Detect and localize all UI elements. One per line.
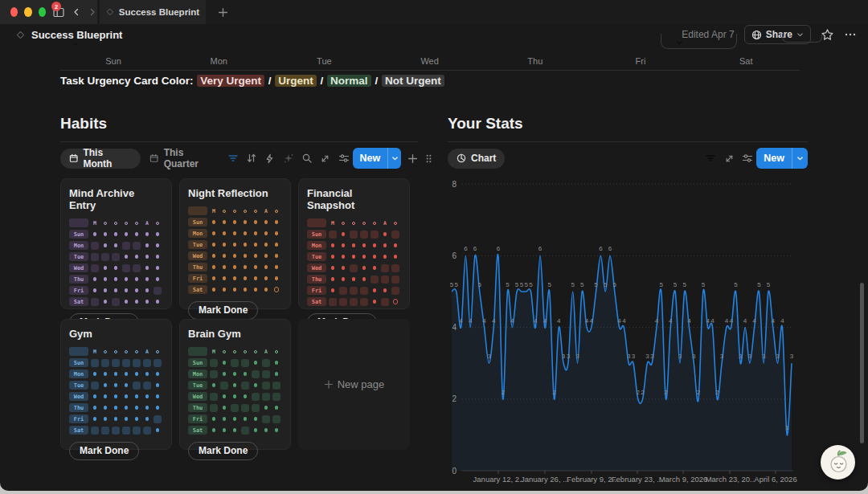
automation-bolt-icon[interactable] — [264, 153, 276, 164]
habit-empty-cell — [91, 242, 99, 250]
svg-text:3: 3 — [678, 353, 682, 360]
habit-done-dot — [112, 242, 120, 250]
add-view-plus-icon[interactable] — [407, 153, 418, 164]
grid-row-label: Thu — [188, 403, 207, 412]
expand-icon[interactable] — [320, 153, 331, 164]
assistant-avatar-button[interactable] — [821, 445, 855, 480]
habit-done-dot — [220, 404, 228, 412]
svg-text:5: 5 — [604, 281, 608, 288]
sort-icon[interactable] — [246, 153, 257, 164]
zoom-window-button[interactable] — [39, 7, 46, 17]
forward-icon[interactable] — [88, 6, 97, 18]
habit-card[interactable]: Night ReflectionMASunMonTueWedThuFriSatM… — [179, 178, 291, 309]
habit-done-dot — [241, 263, 249, 271]
new-button[interactable]: New — [756, 148, 808, 169]
ai-sparkle-icon[interactable] — [283, 153, 294, 164]
habit-done-dot — [262, 286, 270, 294]
habit-done-dot — [329, 287, 337, 295]
tab-this-month[interactable]: This Month — [60, 149, 141, 169]
page-title: Success Blueprint — [31, 29, 122, 41]
more-options-icon[interactable] — [844, 28, 857, 41]
habit-done-dot — [360, 264, 368, 272]
expand-icon[interactable] — [723, 153, 735, 164]
calendar-nav-button-partial[interactable] — [782, 34, 822, 43]
habit-done-dot — [143, 393, 151, 401]
tomato-character-icon — [821, 445, 855, 480]
habit-done-dot — [220, 370, 228, 378]
grid-column-header: A — [262, 348, 270, 356]
grid-column-header — [241, 348, 249, 356]
habit-done-dot — [220, 241, 228, 249]
habit-empty-cell — [241, 382, 249, 390]
svg-text:March 9, 2026: March 9, 2026 — [659, 475, 708, 484]
svg-text:6: 6 — [497, 245, 501, 252]
urgency-chip: Very Urgent — [197, 75, 264, 87]
favorite-star-icon[interactable] — [821, 28, 834, 42]
habit-empty-cell — [262, 359, 270, 367]
habit-done-dot — [101, 264, 109, 272]
svg-text:5: 5 — [455, 281, 459, 288]
habit-empty-cell — [241, 404, 249, 412]
habit-done-dot — [133, 276, 141, 284]
habit-done-dot — [154, 276, 162, 284]
habit-empty-cell — [154, 359, 162, 367]
close-window-button[interactable] — [10, 7, 18, 17]
calendar-view-button-partial[interactable] — [661, 34, 737, 49]
new-tab-icon[interactable] — [217, 6, 228, 18]
habit-done-dot — [272, 275, 280, 283]
habit-done-dot — [112, 393, 120, 401]
new-dropdown-chevron[interactable] — [792, 148, 808, 169]
habit-done-dot — [241, 393, 249, 401]
habit-empty-cell — [360, 298, 368, 306]
habit-done-dot — [154, 382, 162, 390]
habit-done-dot — [210, 252, 218, 260]
drag-handle-icon[interactable] — [424, 153, 434, 164]
habit-done-dot — [241, 286, 249, 294]
new-page-card[interactable]: New page — [298, 319, 410, 450]
svg-text:4: 4 — [780, 317, 784, 325]
svg-text:6: 6 — [473, 245, 477, 252]
tab-this-quarter[interactable]: This Quarter — [141, 149, 227, 169]
habit-empty-cell — [101, 253, 109, 261]
habit-done-dot — [371, 242, 379, 250]
habit-card[interactable]: Brain GymMASunMonTueWedThuFriSatMark Don… — [179, 319, 291, 450]
grid-column-header — [231, 207, 239, 215]
filter-icon[interactable] — [705, 153, 716, 164]
filter-icon[interactable] — [227, 153, 239, 164]
search-icon[interactable] — [301, 153, 313, 164]
habit-card[interactable]: Financial SnapshotMASunMonTueWedThuFriSa… — [298, 178, 410, 309]
new-dropdown-chevron[interactable] — [387, 148, 401, 169]
habit-card-title: Night Reflection — [188, 187, 282, 199]
new-button[interactable]: New — [353, 148, 402, 169]
grid-corner-cell — [69, 347, 88, 356]
day-header: Wed — [420, 56, 438, 66]
habit-card[interactable]: GymMASunMonTueWedThuFriSatMark Done — [60, 319, 172, 450]
tab-success-blueprint[interactable]: Success Blueprint — [100, 0, 206, 24]
back-icon[interactable] — [72, 6, 81, 18]
minimize-window-button[interactable] — [24, 7, 31, 17]
day-header: Fri — [636, 56, 646, 66]
chevron-down-icon — [72, 42, 78, 47]
view-settings-icon[interactable] — [742, 153, 753, 164]
urgency-separator: / — [265, 75, 274, 87]
vertical-scrollbar[interactable] — [860, 283, 864, 443]
grid-column-header: M — [329, 219, 337, 227]
mark-done-button[interactable]: Mark Done — [188, 301, 258, 320]
grid-column-header — [371, 219, 379, 227]
view-settings-icon[interactable] — [338, 153, 350, 164]
tab-chart[interactable]: Chart — [448, 149, 505, 169]
mark-done-button[interactable]: Mark Done — [188, 442, 258, 460]
habit-done-dot — [272, 252, 280, 260]
habit-empty-cell — [262, 415, 270, 423]
svg-text:4: 4 — [459, 317, 463, 325]
habit-done-dot — [101, 298, 109, 306]
mark-done-button[interactable]: Mark Done — [69, 442, 139, 460]
habit-tracker-grid: MASunMonTueWedThuFriSat — [69, 347, 163, 435]
day-header: Sun — [105, 56, 121, 66]
habit-done-dot — [252, 275, 260, 283]
svg-text:2: 2 — [637, 389, 641, 396]
svg-text:5: 5 — [580, 281, 584, 288]
urgency-chip: Normal — [327, 75, 371, 87]
habit-card[interactable]: Mind Archive EntryMASunMonTueWedThuFriSa… — [60, 178, 172, 309]
urgency-separator: / — [317, 75, 326, 87]
